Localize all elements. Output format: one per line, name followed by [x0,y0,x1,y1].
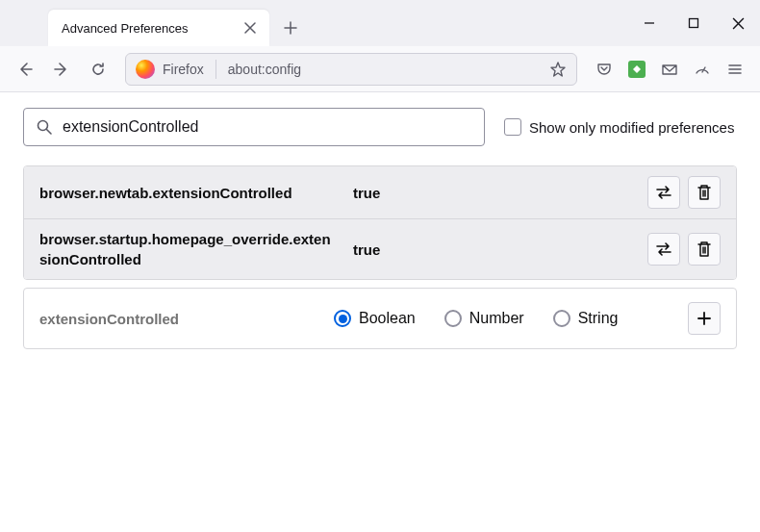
star-icon [549,61,567,78]
toggle-arrows-icon [654,184,673,201]
minimize-icon [644,17,655,29]
radio-number-label: Number [469,310,524,327]
radio-icon [444,310,462,327]
toggle-button[interactable] [647,176,680,209]
new-pref-name: extensionControlled [39,311,318,327]
menu-button[interactable] [720,54,750,85]
checkbox-icon [504,118,521,136]
radio-icon [553,310,570,327]
delete-button[interactable] [688,176,721,209]
gauge-icon [694,61,711,78]
pref-row: browser.newtab.extensionControlled true [24,166,736,219]
address-divider [215,60,216,79]
nav-toolbar: Firefox about:config [0,46,760,92]
tab-bar: Advanced Preferences [0,0,760,46]
firefox-logo-icon [136,60,155,79]
tab-title: Advanced Preferences [62,21,241,36]
pref-value: true [353,241,632,258]
pref-name: browser.startup.homepage_override.extens… [39,229,338,269]
mail-button[interactable] [654,54,685,85]
radio-boolean[interactable]: Boolean [334,310,416,327]
trash-icon [697,241,712,258]
search-box[interactable] [23,108,485,146]
delete-button[interactable] [688,233,721,266]
pref-row-actions [647,176,721,209]
about-config-page: Show only modified preferences browser.n… [0,92,760,365]
address-url: about:config [228,62,542,77]
toggle-button[interactable] [647,233,680,266]
pref-value: true [353,185,632,201]
pref-name: browser.newtab.extensionControlled [39,183,338,203]
close-tab-button[interactable] [241,18,260,38]
close-icon [244,22,256,34]
pocket-button[interactable] [589,54,620,85]
extension-green-icon [628,61,646,78]
toggle-arrows-icon [654,241,673,258]
pocket-icon [595,61,613,78]
toolbar-extra-icons [589,54,750,85]
search-icon [36,118,53,136]
radio-number[interactable]: Number [444,310,524,327]
maximize-button[interactable] [671,0,716,46]
plus-icon [697,311,712,326]
address-bar[interactable]: Firefox about:config [125,53,577,86]
search-row: Show only modified preferences [23,108,737,146]
radio-boolean-label: Boolean [359,310,416,327]
preferences-table: browser.newtab.extensionControlled true … [23,165,737,280]
minimize-button[interactable] [627,0,671,46]
svg-rect-0 [690,19,698,28]
window-controls [627,0,760,46]
trash-icon [697,184,712,201]
dashboard-button[interactable] [687,54,718,85]
radio-string-label: String [578,310,619,327]
hamburger-icon [726,61,744,78]
search-input[interactable] [63,118,472,136]
close-icon [732,17,745,30]
address-browser-label: Firefox [163,62,204,77]
radio-string[interactable]: String [553,310,619,327]
add-pref-button[interactable] [688,302,721,335]
pref-row-actions [647,233,721,266]
maximize-icon [688,17,699,29]
mail-icon [661,61,678,78]
show-modified-label: Show only modified preferences [529,119,734,136]
bookmark-button[interactable] [549,61,567,78]
extension-button[interactable] [621,54,652,85]
tab-advanced-preferences[interactable]: Advanced Preferences [48,10,269,46]
back-button[interactable] [10,54,40,85]
forward-button[interactable] [46,54,77,85]
pref-row: browser.startup.homepage_override.extens… [24,219,736,279]
arrow-right-icon [53,61,70,78]
reload-button[interactable] [83,54,114,85]
plus-icon [284,21,297,35]
type-radio-group: Boolean Number String [334,310,672,327]
arrow-left-icon [16,61,34,78]
close-window-button[interactable] [716,0,760,46]
new-pref-row: extensionControlled Boolean Number Strin… [23,288,737,349]
show-modified-only-checkbox[interactable]: Show only modified preferences [504,118,734,136]
reload-icon [89,61,107,78]
new-tab-button[interactable] [275,13,306,43]
radio-icon [334,310,351,327]
